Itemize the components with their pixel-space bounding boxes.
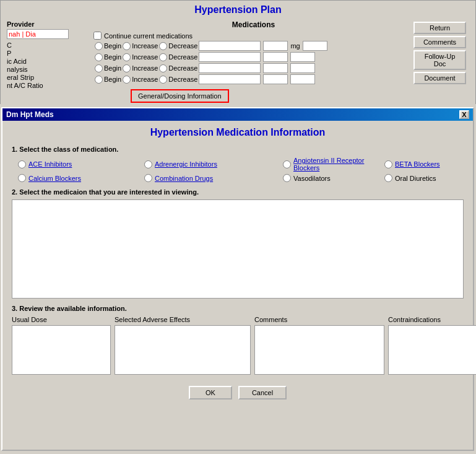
general-dosing-button[interactable]: General/Dosing Information — [131, 89, 229, 103]
contraindications-col: Contraindications — [388, 316, 476, 376]
ace-inhibitors-option[interactable]: ACE Inhibitors — [18, 157, 142, 172]
angiotensin-option[interactable]: Angiotensin II Receptor Blockers — [283, 157, 382, 172]
section3-label: 3. Review the available information. — [12, 305, 464, 312]
med2-begin-radio[interactable] — [95, 53, 103, 61]
cancel-button[interactable]: Cancel — [238, 386, 287, 399]
calcium-radio[interactable] — [18, 174, 26, 182]
medication-class-grid: ACE Inhibitors Adrenergic Inhibitors Ang… — [12, 157, 464, 182]
calcium-blockers-option[interactable]: Calcium Blockers — [18, 174, 142, 182]
comments-textarea[interactable] — [254, 325, 384, 375]
med4-begin-radio[interactable] — [95, 76, 103, 84]
combination-link[interactable]: Combination Drugs — [155, 175, 213, 182]
med1-dose-input[interactable] — [263, 41, 288, 51]
ace-radio[interactable] — [18, 160, 26, 168]
med1-decrease-radio[interactable] — [159, 42, 167, 50]
med1-mg-label: mg — [290, 42, 300, 50]
modal-window: Dm Hpt Meds X Hypertension Medication In… — [1, 107, 474, 451]
sidebar-list: C P ic Acid nalysis eral Strip nt A/C Ra… — [7, 41, 81, 89]
med1-drug-input[interactable] — [199, 41, 261, 51]
beta-radio[interactable] — [384, 160, 392, 168]
med4-drug-input[interactable] — [199, 74, 261, 84]
modal-titlebar: Dm Hpt Meds X — [2, 108, 473, 121]
med4-increase-radio[interactable] — [123, 76, 131, 84]
med4-decrease-radio[interactable] — [159, 76, 167, 84]
usual-dose-col: Usual Dose — [12, 316, 111, 376]
adrenergic-option[interactable]: Adrenergic Inhibitors — [144, 157, 280, 172]
med2-increase-radio[interactable] — [123, 53, 131, 61]
adverse-effects-textarea[interactable] — [115, 325, 251, 375]
med2-drug-input[interactable] — [199, 52, 261, 62]
modal-main-title: Hypertension Medication Information — [12, 127, 464, 138]
med-row-1: Begin Increase Decrease mg — [93, 41, 413, 51]
med2-increase-label: Increase — [132, 53, 158, 61]
oral-radio[interactable] — [384, 174, 392, 182]
med3-decrease-radio[interactable] — [159, 64, 167, 72]
continue-medication-label: Continue current medications — [104, 32, 193, 40]
combination-drugs-option[interactable]: Combination Drugs — [144, 174, 280, 182]
med2-dose-input[interactable] — [263, 52, 288, 62]
med3-decrease-label: Decrease — [168, 64, 197, 72]
contraindications-textarea[interactable] — [388, 325, 476, 375]
modal-footer: OK Cancel — [12, 386, 464, 399]
vasodilators-radio[interactable] — [283, 174, 291, 182]
info-columns: Usual Dose Selected Adverse Effects Comm… — [12, 316, 464, 376]
sidebar-item-2: P — [7, 50, 81, 57]
return-button[interactable]: Return — [413, 22, 466, 34]
angiotensin-link[interactable]: Angiotensin II Receptor Blockers — [293, 157, 382, 172]
contraindications-header: Contraindications — [388, 316, 476, 323]
calcium-link[interactable]: Calcium Blockers — [28, 175, 81, 182]
beta-link[interactable]: BETA Blockers — [395, 160, 440, 168]
vasodilators-option[interactable]: Vasodilators — [283, 174, 382, 182]
med1-begin-radio[interactable] — [95, 42, 103, 50]
combination-radio[interactable] — [144, 174, 152, 182]
med4-dose-input[interactable] — [263, 74, 288, 84]
beta-blockers-option[interactable]: BETA Blockers — [384, 157, 476, 172]
comments-button[interactable]: Comments — [413, 36, 466, 48]
med3-dose-input[interactable] — [263, 63, 288, 73]
continue-medication-row: Continue current medications — [93, 32, 413, 40]
med4-begin-label: Begin — [104, 76, 121, 83]
provider-label: Provider — [7, 20, 81, 28]
document-button[interactable]: Document — [413, 72, 466, 84]
adrenergic-radio[interactable] — [144, 160, 152, 168]
provider-value: nah | Dia — [7, 29, 69, 39]
med2-decrease-label: Decrease — [168, 53, 197, 61]
ok-button[interactable]: OK — [189, 386, 232, 399]
med1-freq-input[interactable] — [303, 41, 327, 51]
med3-drug-input[interactable] — [199, 63, 261, 73]
med4-increase-label: Increase — [132, 76, 158, 83]
sidebar-item-6: nt A/C Ratio — [7, 82, 81, 89]
med1-increase-radio[interactable] — [123, 42, 131, 50]
med1-decrease-label: Decrease — [168, 42, 197, 50]
med3-increase-label: Increase — [132, 64, 158, 72]
med4-freq-input[interactable] — [290, 74, 315, 84]
med3-begin-radio[interactable] — [95, 64, 103, 72]
sidebar-item-4: nalysis — [7, 66, 81, 73]
sidebar-item-3: ic Acid — [7, 58, 81, 65]
modal-title: Dm Hpt Meds — [6, 110, 54, 119]
med1-begin-label: Begin — [104, 42, 121, 50]
modal-close-button[interactable]: X — [459, 110, 469, 119]
med1-increase-label: Increase — [132, 42, 158, 50]
med2-decrease-radio[interactable] — [159, 53, 167, 61]
modal-overlay: Dm Hpt Meds X Hypertension Medication In… — [0, 104, 476, 454]
med3-freq-input[interactable] — [290, 63, 315, 73]
med4-decrease-label: Decrease — [168, 76, 197, 83]
angiotensin-radio[interactable] — [283, 160, 291, 168]
med-row-2: Begin Increase Decrease — [93, 52, 413, 62]
followup-button[interactable]: Follow-Up Doc — [413, 50, 466, 70]
oral-diuretics-option[interactable]: Oral Diuretics — [384, 174, 476, 182]
med3-begin-label: Begin — [104, 64, 121, 72]
section2-label: 2. Select the medicaion that you are int… — [12, 188, 464, 196]
continue-medication-checkbox[interactable] — [93, 32, 102, 40]
med3-increase-radio[interactable] — [123, 64, 131, 72]
medication-select-area[interactable] — [12, 199, 464, 299]
sidebar-item-5: eral Strip — [7, 74, 81, 81]
med2-freq-input[interactable] — [290, 52, 315, 62]
ace-link[interactable]: ACE Inhibitors — [28, 160, 72, 168]
adrenergic-link[interactable]: Adrenergic Inhibitors — [155, 160, 217, 168]
section1-label: 1. Select the class of medication. — [12, 146, 464, 153]
usual-dose-textarea[interactable] — [12, 325, 111, 375]
med-row-3: Begin Increase Decrease — [93, 63, 413, 73]
modal-body: Hypertension Medication Information 1. S… — [2, 121, 473, 406]
